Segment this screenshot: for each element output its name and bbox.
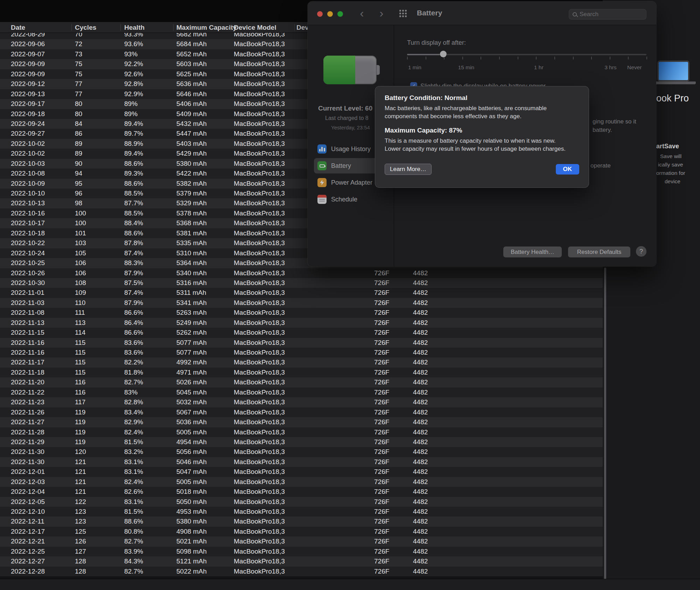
cell-date: 2022-11-01: [11, 288, 44, 298]
cell-extra-1: 726F: [374, 487, 389, 497]
cell-extra-1: 726F: [374, 556, 389, 566]
table-row[interactable]: 2022-11-08 111 86.6% 5263 mAh MacBookPro…: [0, 308, 603, 318]
lightning-bolt-icon: [317, 178, 327, 187]
cell-date: 2022-09-27: [11, 129, 45, 138]
table-row[interactable]: 2022-11-17 115 82.2% 4992 mAh MacBookPro…: [0, 357, 603, 367]
help-button[interactable]: ?: [636, 246, 646, 257]
column-header-dev[interactable]: Dev: [296, 22, 309, 33]
cell-extra-2: 4482: [413, 298, 428, 308]
table-row[interactable]: 2022-12-03 121 82.4% 5005 mAh MacBookPro…: [0, 477, 603, 487]
minimize-button[interactable]: [327, 11, 333, 17]
column-header-max-capacity[interactable]: Maximum Capacity: [176, 22, 237, 33]
zoom-button[interactable]: [337, 11, 343, 17]
macbook-pro-label: ook Pro: [656, 93, 689, 104]
cell-device-model: MacBookPro18,3: [234, 198, 285, 208]
cell-max-capacity: 5403 mAh: [176, 139, 207, 149]
table-row[interactable]: 2022-12-11 123 88.6% 5380 mAh MacBookPro…: [0, 517, 603, 526]
table-row[interactable]: 2022-12-01 121 83.1% 5047 mAh MacBookPro…: [0, 467, 603, 477]
table-row[interactable]: 2022-12-25 127 83.9% 5098 mAh MacBookPro…: [0, 547, 603, 556]
cell-cycles: 123: [75, 507, 86, 517]
cell-device-model: MacBookPro18,3: [234, 278, 285, 288]
cell-date: 2022-12-17: [11, 527, 45, 536]
cell-max-capacity: 5368 mAh: [176, 218, 207, 228]
table-row[interactable]: 2022-11-16 115 83.6% 5077 mAh MacBookPro…: [0, 338, 603, 348]
cell-max-capacity: 5382 mAh: [176, 179, 207, 189]
show-all-grid-icon[interactable]: [399, 10, 407, 17]
cell-device-model: MacBookPro18,3: [234, 208, 285, 218]
cell-cycles: 115: [75, 348, 85, 357]
battery-icon: [317, 161, 327, 170]
cell-date: 2022-12-28: [11, 567, 45, 576]
column-header-health[interactable]: Health: [124, 22, 145, 33]
close-button[interactable]: [317, 11, 323, 17]
table-row[interactable]: 2022-11-22 116 83% 5045 mAh MacBookPro18…: [0, 388, 603, 397]
cell-date: 2022-11-23: [11, 397, 44, 407]
search-icon: [573, 12, 577, 16]
table-row[interactable]: 2022-10-26 106 87.9% 5340 mAh MacBookPro…: [0, 268, 603, 278]
column-divider: [294, 24, 295, 31]
cell-device-model: MacBookPro18,3: [234, 59, 285, 69]
table-row[interactable]: 2022-11-13 113 86.4% 5249 mAh MacBookPro…: [0, 318, 603, 328]
table-row[interactable]: 2022-12-21 126 82.7% 5021 mAh MacBookPro…: [0, 536, 603, 546]
cell-date: 2022-11-20: [11, 377, 44, 387]
table-row[interactable]: 2022-11-29 119 81.5% 4954 mAh MacBookPro…: [0, 437, 603, 447]
table-row[interactable]: 2022-11-20 116 82.7% 5026 mAh MacBookPro…: [0, 377, 603, 387]
column-header-device-model[interactable]: Device Model: [234, 22, 276, 33]
ok-button[interactable]: OK: [556, 164, 580, 175]
table-row[interactable]: 2022-12-28 128 82.7% 5022 mAh MacBookPro…: [0, 567, 603, 576]
cell-health: 86.6%: [124, 308, 143, 318]
table-row[interactable]: 2022-10-30 108 87.5% 5316 mAh MacBookPro…: [0, 278, 603, 288]
battery-health-button[interactable]: Battery Health…: [503, 247, 562, 257]
table-row[interactable]: 2022-12-27 128 84.3% 5121 mAh MacBookPro…: [0, 556, 603, 566]
cell-device-model: MacBookPro18,3: [234, 258, 285, 268]
cell-device-model: MacBookPro18,3: [234, 129, 285, 138]
cell-device-model: MacBookPro18,3: [234, 477, 285, 487]
slider-label-3hrs: 3 hrs: [604, 64, 616, 71]
column-header-date[interactable]: Date: [11, 22, 25, 33]
cell-extra-1: 726F: [374, 407, 389, 417]
cell-max-capacity: 5652 mAh: [176, 49, 207, 59]
cell-device-model: MacBookPro18,3: [234, 527, 285, 536]
table-row[interactable]: 2022-11-16 115 83.6% 5077 mAh MacBookPro…: [0, 348, 603, 357]
cell-extra-1: 726F: [374, 368, 389, 377]
table-row[interactable]: 2022-11-01 109 87.4% 5311 mAh MacBookPro…: [0, 288, 603, 298]
sidebar-item-schedule[interactable]: Schedule: [314, 192, 394, 207]
battery-case: [323, 56, 377, 84]
cell-cycles: 103: [75, 238, 86, 248]
cell-cycles: 125: [75, 527, 86, 536]
column-header-cycles[interactable]: Cycles: [75, 22, 96, 33]
forward-button[interactable]: ›: [376, 5, 387, 21]
charged-time-text: Yesterday, 23:54: [331, 125, 370, 130]
table-row[interactable]: 2022-11-18 115 81.8% 4971 mAh MacBookPro…: [0, 368, 603, 377]
table-row[interactable]: 2022-11-30 120 83.2% 5056 mAh MacBookPro…: [0, 447, 603, 457]
cell-device-model: MacBookPro18,3: [234, 397, 285, 407]
learn-more-button[interactable]: Learn More…: [385, 164, 432, 175]
table-row[interactable]: 2022-12-10 123 81.5% 4953 mAh MacBookPro…: [0, 507, 603, 517]
cell-device-model: MacBookPro18,3: [234, 487, 285, 497]
cell-cycles: 98: [75, 198, 82, 208]
cell-date: 2022-11-30: [11, 447, 44, 457]
table-row[interactable]: 2022-12-17 125 80.8% 4908 mAh MacBookPro…: [0, 527, 603, 536]
cell-device-model: MacBookPro18,3: [234, 69, 285, 79]
table-scrollbar[interactable]: [604, 268, 606, 580]
restore-defaults-button[interactable]: Restore Defaults: [568, 247, 630, 257]
table-row[interactable]: 2022-11-27 119 82.9% 5036 mAh MacBookPro…: [0, 417, 603, 427]
cell-cycles: 77: [75, 89, 82, 99]
table-row[interactable]: 2022-11-15 114 86.6% 5262 mAh MacBookPro…: [0, 328, 603, 337]
table-row[interactable]: 2022-11-03 110 87.9% 5341 mAh MacBookPro…: [0, 298, 603, 308]
cell-cycles: 121: [75, 487, 86, 497]
search-input[interactable]: Search: [569, 9, 646, 20]
table-row[interactable]: 2022-11-26 119 83.4% 5067 mAh MacBookPro…: [0, 407, 603, 417]
cell-health: 82.9%: [124, 417, 143, 427]
table-row[interactable]: 2022-11-30 121 83.1% 5046 mAh MacBookPro…: [0, 457, 603, 467]
cell-cycles: 117: [75, 397, 85, 407]
cell-max-capacity: 4954 mAh: [176, 437, 207, 447]
cell-cycles: 86: [75, 129, 82, 138]
table-row[interactable]: 2022-11-28 119 82.4% 5005 mAh MacBookPro…: [0, 427, 603, 437]
cell-extra-2: 4482: [413, 556, 428, 566]
table-row[interactable]: 2022-12-04 121 82.6% 5018 mAh MacBookPro…: [0, 487, 603, 497]
table-row[interactable]: 2022-12-05 122 83.1% 5050 mAh MacBookPro…: [0, 497, 603, 507]
cell-device-model: MacBookPro18,3: [234, 179, 285, 189]
table-row[interactable]: 2022-11-23 117 82.8% 5032 mAh MacBookPro…: [0, 397, 603, 407]
back-button[interactable]: ‹: [357, 5, 367, 21]
